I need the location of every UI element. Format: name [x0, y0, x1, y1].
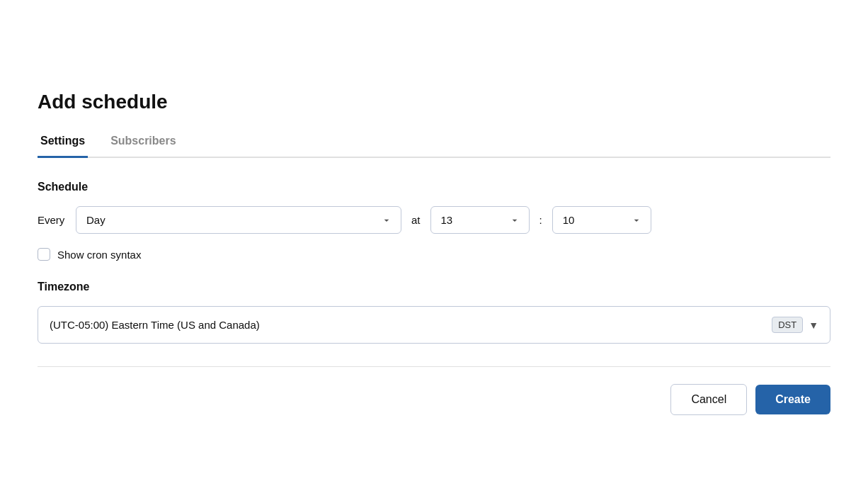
tabs: Settings Subscribers	[38, 133, 830, 158]
dst-badge: DST	[772, 317, 803, 333]
footer: Cancel Create	[38, 384, 830, 415]
dialog: Add schedule Settings Subscribers Schedu…	[9, 65, 859, 438]
footer-divider	[38, 366, 830, 367]
cron-label: Show cron syntax	[57, 249, 141, 261]
tab-settings[interactable]: Settings	[38, 135, 88, 158]
timezone-right: DST ▼	[772, 317, 818, 333]
chevron-down-icon: ▼	[809, 320, 818, 331]
cron-checkbox[interactable]	[38, 248, 50, 261]
at-label: at	[411, 214, 421, 226]
dialog-title: Add schedule	[38, 91, 830, 113]
content-area: Schedule Every Day Minute Hour Week Mont…	[38, 181, 830, 344]
hour-select[interactable]: 0123 4567 891011 12131415 16171819 20212…	[430, 206, 530, 234]
create-button[interactable]: Create	[755, 385, 830, 414]
tab-subscribers[interactable]: Subscribers	[108, 135, 178, 158]
modal-container: Add schedule Settings Subscribers Schedu…	[0, 0, 868, 503]
colon-separator: :	[539, 214, 542, 226]
frequency-select[interactable]: Day Minute Hour Week Month	[76, 206, 401, 234]
minute-select[interactable]: 051015 20253035 40455055	[552, 206, 651, 234]
timezone-section: Timezone (UTC-05:00) Eastern Time (US an…	[38, 281, 830, 344]
cron-row: Show cron syntax	[38, 248, 830, 261]
timezone-value: (UTC-05:00) Eastern Time (US and Canada)	[50, 319, 260, 331]
timezone-section-label: Timezone	[38, 281, 830, 293]
schedule-row: Every Day Minute Hour Week Month at 0123…	[38, 206, 830, 234]
cancel-button[interactable]: Cancel	[670, 384, 747, 415]
schedule-section-label: Schedule	[38, 181, 830, 193]
every-label: Every	[38, 214, 66, 226]
timezone-select[interactable]: (UTC-05:00) Eastern Time (US and Canada)…	[38, 306, 830, 344]
